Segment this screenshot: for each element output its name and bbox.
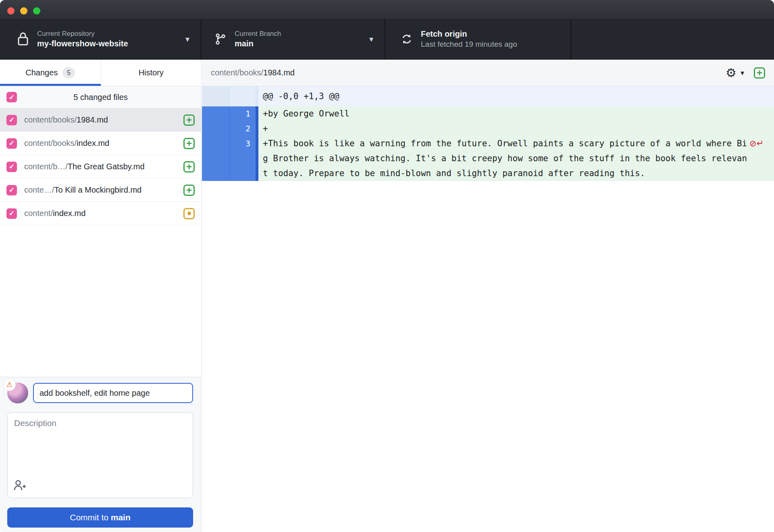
diff-options-caret-icon[interactable]: ▾ bbox=[741, 69, 744, 77]
changes-count-badge: 5 bbox=[62, 67, 75, 78]
file-row[interactable]: ✓ content/index.md bbox=[0, 202, 201, 225]
tab-changes[interactable]: Changes 5 bbox=[0, 60, 101, 86]
file-name: The Great Gatsby.md bbox=[68, 162, 145, 171]
diff-path-prefix: content/books/ bbox=[211, 68, 263, 77]
file-name: To Kill a Mockingbird.md bbox=[54, 185, 141, 194]
fetch-subtitle: Last fetched 19 minutes ago bbox=[421, 40, 517, 49]
file-path-prefix: content/b…/ bbox=[24, 162, 68, 171]
file-row[interactable]: ✓ conte…/To Kill a Mockingbird.md + bbox=[0, 179, 201, 202]
diff-line-content: +by George Orwell bbox=[258, 106, 774, 121]
commit-summary-input[interactable] bbox=[33, 383, 193, 403]
toolbar-spacer bbox=[571, 19, 774, 59]
file-path-prefix: content/books/ bbox=[24, 139, 77, 148]
diff-gutter-old[interactable] bbox=[202, 106, 230, 121]
status-added-icon: + bbox=[183, 114, 195, 126]
file-name: 1984.md bbox=[77, 115, 108, 124]
diff-line-content: +This book is like a warning from the fu… bbox=[258, 136, 774, 181]
add-coauthor-icon[interactable] bbox=[13, 479, 27, 493]
file-name: index.md bbox=[77, 139, 109, 148]
sidebar: Changes 5 History ✓ 5 changed files ✓ co… bbox=[0, 60, 202, 532]
lock-icon bbox=[16, 32, 30, 46]
diff-line-row: 3 +This book is like a warning from the … bbox=[202, 136, 774, 181]
select-all-checkbox[interactable]: ✓ bbox=[6, 92, 17, 102]
diff-gutter-old[interactable] bbox=[202, 136, 230, 181]
git-branch-icon bbox=[214, 32, 227, 46]
file-path-prefix: content/ bbox=[24, 209, 53, 218]
diff-gutter-strip bbox=[256, 136, 258, 181]
traffic-lights bbox=[7, 7, 40, 15]
file-checkbox[interactable]: ✓ bbox=[6, 115, 17, 125]
minimize-window-button[interactable] bbox=[20, 7, 27, 15]
gear-icon[interactable]: ⚙ bbox=[726, 67, 737, 79]
diff-line-row: 1 +by George Orwell bbox=[202, 106, 774, 121]
commit-button[interactable]: Commit to main bbox=[7, 507, 193, 528]
file-checkbox[interactable]: ✓ bbox=[6, 208, 17, 219]
fetch-title: Fetch origin bbox=[421, 29, 517, 39]
sync-icon bbox=[400, 33, 414, 46]
file-row[interactable]: ✓ content/books/index.md + bbox=[0, 132, 201, 155]
diff-gutter-strip bbox=[256, 121, 258, 136]
hunk-header-row: @@ -0,0 +1,3 @@ bbox=[202, 86, 774, 106]
file-checkbox[interactable]: ✓ bbox=[6, 138, 17, 149]
diff-line-text: +by George Orwell bbox=[263, 106, 350, 121]
commit-description-input[interactable] bbox=[7, 412, 193, 498]
diff-line-number[interactable]: 1 bbox=[230, 106, 256, 121]
diff-body: @@ -0,0 +1,3 @@ 1 +by George Orwell 2 + bbox=[202, 86, 774, 181]
file-path: content/books/index.md bbox=[24, 139, 109, 148]
file-row[interactable]: ✓ content/books/1984.md + bbox=[0, 108, 201, 132]
file-checkbox[interactable]: ✓ bbox=[6, 162, 17, 172]
repository-name: my-flowershow-website bbox=[37, 39, 128, 48]
hunk-header-text: @@ -0,0 +1,3 @@ bbox=[258, 86, 774, 106]
branch-label: Current Branch bbox=[235, 30, 281, 38]
file-path-prefix: content/books/ bbox=[24, 115, 77, 124]
file-path: conte…/To Kill a Mockingbird.md bbox=[24, 185, 141, 195]
diff-pane: content/books/1984.md ⚙ ▾ + @@ -0,0 +1,3… bbox=[202, 60, 774, 532]
tab-history[interactable]: History bbox=[101, 60, 202, 86]
diff-line-row: 2 + bbox=[202, 121, 774, 136]
current-branch-button[interactable]: Current Branch main ▾ bbox=[202, 19, 385, 59]
commit-button-prefix: Commit to bbox=[70, 513, 111, 522]
diff-line-text: +This book is like a warning from the fu… bbox=[263, 136, 747, 181]
branch-caret-icon: ▾ bbox=[369, 34, 373, 44]
file-path: content/books/1984.md bbox=[24, 115, 108, 125]
branch-name: main bbox=[235, 39, 281, 48]
hunk-gutter-old bbox=[202, 86, 230, 106]
select-all-row[interactable]: ✓ 5 changed files bbox=[0, 86, 201, 108]
zoom-window-button[interactable] bbox=[33, 7, 40, 15]
tabbar: Changes 5 History bbox=[0, 60, 201, 86]
commit-area: ⚠ Commit to main bbox=[0, 377, 201, 532]
diff-gutter-old[interactable] bbox=[202, 121, 230, 136]
current-repository-button[interactable]: Current Repository my-flowershow-website… bbox=[0, 19, 202, 59]
diff-line-number[interactable]: 2 bbox=[230, 121, 256, 136]
repository-caret-icon: ▾ bbox=[185, 34, 189, 44]
tab-changes-label: Changes bbox=[25, 68, 58, 77]
diff-gutter-strip bbox=[256, 106, 258, 121]
status-added-icon: + bbox=[183, 185, 195, 196]
app-window: Current Repository my-flowershow-website… bbox=[0, 0, 774, 532]
diff-line-content: + bbox=[258, 121, 774, 136]
file-checkbox[interactable]: ✓ bbox=[6, 185, 17, 195]
changed-files-label: 5 changed files bbox=[0, 93, 201, 102]
file-path-prefix: conte…/ bbox=[24, 185, 54, 194]
toolbar: Current Repository my-flowershow-website… bbox=[0, 19, 774, 60]
status-added-icon: + bbox=[183, 161, 195, 172]
diff-file-name: 1984.md bbox=[263, 68, 295, 77]
active-tab-underline bbox=[0, 84, 101, 86]
no-newline-icon: ⊘↵ bbox=[747, 139, 764, 148]
hunk-gutter-new bbox=[230, 86, 256, 106]
commit-button-branch: main bbox=[111, 513, 131, 522]
diff-line-number[interactable]: 3 bbox=[230, 136, 256, 181]
close-window-button[interactable] bbox=[7, 7, 15, 15]
diff-line-text: + bbox=[263, 121, 268, 136]
file-row[interactable]: ✓ content/b…/The Great Gatsby.md + bbox=[0, 155, 201, 179]
hunk-gutter-strip bbox=[256, 86, 258, 106]
fetch-origin-button[interactable]: Fetch origin Last fetched 19 minutes ago bbox=[385, 19, 571, 59]
expand-diff-button[interactable]: + bbox=[754, 67, 765, 79]
file-path: content/b…/The Great Gatsby.md bbox=[24, 162, 145, 171]
tab-history-label: History bbox=[139, 68, 164, 77]
status-modified-icon bbox=[183, 208, 195, 219]
status-added-icon: + bbox=[183, 138, 195, 149]
file-name: index.md bbox=[53, 209, 85, 218]
repository-label: Current Repository bbox=[37, 30, 128, 38]
file-path: content/index.md bbox=[24, 209, 85, 218]
